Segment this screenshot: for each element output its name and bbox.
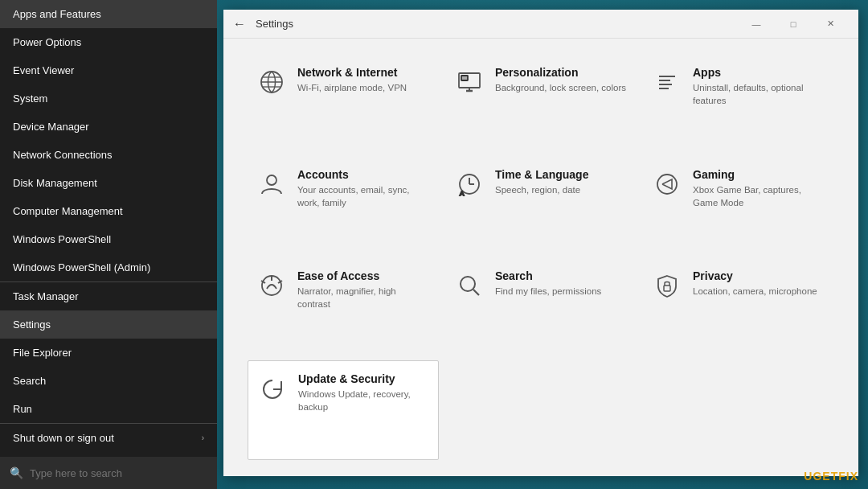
svg-point-23 [461,277,475,291]
context-menu-item-label: Apps and Features [13,8,101,20]
context-menu-item-windows-powershell-admin[interactable]: Windows PowerShell (Admin) [0,253,217,281]
context-menu-item-run[interactable]: Run [0,395,217,423]
context-menu-item-label: Power Options [13,36,81,48]
title-bar: ← Settings — □ ✕ [223,10,858,39]
tile-title-ease: Ease of Access [297,269,429,282]
tile-desc-update: Windows Update, recovery, backup [298,388,428,413]
back-button[interactable]: ← [233,17,246,31]
time-icon: A [455,170,484,199]
context-menu-item-label: File Explorer [13,347,72,359]
tile-title-update: Update & Security [298,372,428,385]
search-icon: 🔍 [10,466,23,479]
minimize-button[interactable]: — [738,10,775,39]
privacy-icon [653,271,682,300]
context-menu: Apps and FeaturesPower OptionsEvent View… [0,0,217,489]
context-menu-item-task-manager[interactable]: Task Manager [0,281,217,310]
context-menu-item-label: Settings [13,318,51,331]
tile-desc-search: Find my files, permissions [495,285,601,298]
tile-desc-apps: Uninstall, defaults, optional features [693,81,825,107]
context-menu-item-label: Computer Management [13,205,123,217]
context-menu-item-apps-and-features[interactable]: Apps and Features [0,0,217,28]
taskbar-search[interactable]: 🔍 [0,457,217,489]
settings-tile-privacy[interactable]: PrivacyLocation, camera, microphone [643,258,834,357]
context-menu-item-label: Device Manager [13,121,89,133]
tile-desc-network: Wi-Fi, airplane mode, VPN [297,81,407,94]
context-menu-item-label: Disk Management [13,177,97,189]
personalization-icon [455,68,484,97]
watermark: UGETFIX [804,470,858,483]
tile-title-apps: Apps [693,66,825,79]
settings-content: Network & InternetWi-Fi, airplane mode, … [223,39,858,476]
context-menu-item-file-explorer[interactable]: File Explorer [0,339,217,367]
tile-desc-personalization: Background, lock screen, colors [495,81,626,94]
context-menu-item-power-options[interactable]: Power Options [0,28,217,56]
context-menu-item-label: Event Viewer [13,64,74,76]
context-menu-item-search[interactable]: Search [0,367,217,395]
restore-button[interactable]: □ [775,10,812,39]
svg-rect-8 [461,76,468,80]
settings-window: ← Settings — □ ✕ Network & InternetWi-Fi… [223,10,858,476]
context-menu-item-system[interactable]: System [0,84,217,113]
settings-tile-gaming[interactable]: GamingXbox Game Bar, captures, Game Mode [643,157,834,256]
context-menu-item-disk-management[interactable]: Disk Management [0,169,217,197]
context-menu-item-network-connections[interactable]: Network Connections [0,141,217,169]
settings-tile-update[interactable]: Update & SecurityWindows Update, recover… [248,360,439,461]
context-menu-item-computer-management[interactable]: Computer Management [0,197,217,225]
window-controls: — □ ✕ [738,10,849,39]
search-icon [455,271,484,300]
context-menu-item-device-manager[interactable]: Device Manager [0,113,217,141]
tile-title-network: Network & Internet [297,66,407,79]
settings-tile-accounts[interactable]: AccountsYour accounts, email, sync, work… [248,157,439,256]
tile-desc-ease: Narrator, magnifier, high contrast [297,285,429,310]
watermark-prefix: UGET [804,470,838,483]
network-icon [257,68,286,97]
svg-point-18 [657,175,677,194]
settings-tile-apps[interactable]: AppsUninstall, defaults, optional featur… [643,55,834,154]
context-menu-item-windows-powershell[interactable]: Windows PowerShell [0,225,217,253]
svg-line-24 [473,290,479,295]
context-menu-item-label: Task Manager [13,290,79,302]
submenu-arrow-icon: › [202,434,204,442]
close-button[interactable]: ✕ [812,10,849,39]
context-menu-item-label: Run [13,403,32,415]
tile-title-search: Search [495,269,601,282]
accounts-icon [257,170,286,199]
tile-title-accounts: Accounts [297,168,429,181]
search-input[interactable] [30,467,207,479]
tile-desc-privacy: Location, camera, microphone [693,285,817,298]
context-menu-item-label: Network Connections [13,149,113,161]
tile-title-gaming: Gaming [693,168,825,181]
gaming-icon [653,170,682,199]
context-menu-item-label: System [13,92,47,105]
settings-tile-time[interactable]: ATime & LanguageSpeech, region, date [445,157,637,256]
ease-icon [257,271,286,300]
update-icon [258,374,287,403]
context-menu-item-label: Search [13,375,46,387]
context-menu-item-label: Shut down or sign out [13,432,114,444]
settings-tile-search[interactable]: SearchFind my files, permissions [445,258,637,357]
context-menu-item-event-viewer[interactable]: Event Viewer [0,56,217,84]
context-menu-item-settings[interactable]: Settings [0,310,217,339]
tile-title-personalization: Personalization [495,66,626,79]
apps-icon [653,68,682,97]
tile-desc-gaming: Xbox Game Bar, captures, Game Mode [693,183,825,209]
context-menu-item-label: Windows PowerShell (Admin) [13,261,150,273]
settings-tile-ease[interactable]: Ease of AccessNarrator, magnifier, high … [248,258,439,357]
settings-tile-personalization[interactable]: PersonalizationBackground, lock screen, … [445,55,637,154]
tile-desc-time: Speech, region, date [495,183,588,196]
svg-text:A: A [460,190,465,197]
context-menu-item-shut-down-or-sign-out[interactable]: Shut down or sign out› [0,423,217,452]
context-menu-item-label: Windows PowerShell [13,233,111,245]
settings-tile-network[interactable]: Network & InternetWi-Fi, airplane mode, … [248,55,439,154]
tile-title-time: Time & Language [495,168,588,181]
tile-title-privacy: Privacy [693,269,817,282]
window-title: Settings [256,18,738,30]
tile-desc-accounts: Your accounts, email, sync, work, family [297,183,429,209]
svg-rect-25 [664,286,670,291]
svg-point-13 [267,175,276,185]
watermark-suffix: FIX [838,470,858,483]
